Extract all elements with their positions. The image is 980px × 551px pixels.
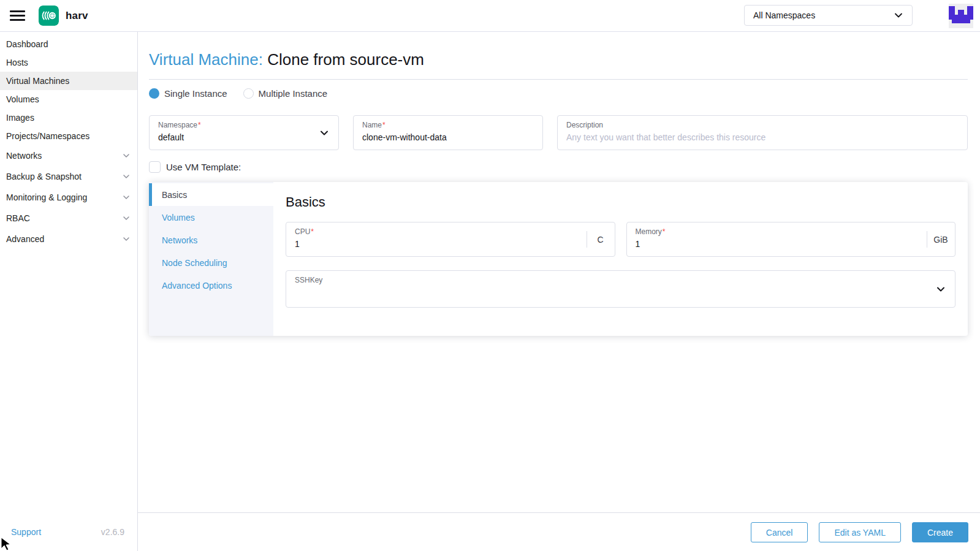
sidebar-item-rbac[interactable]: RBAC [0,208,137,229]
radio-single-instance[interactable]: Single Instance [149,88,227,99]
field-label: Memory* [636,227,919,236]
sidebar-item-label: RBAC [6,213,30,223]
sidebar-item-label: Advanced [6,234,44,244]
cpu-field[interactable]: CPU* C [286,222,615,257]
sidebar-item-monitoring-logging[interactable]: Monitoring & Logging [0,187,137,208]
harvester-logo-icon [39,6,59,26]
panel-heading: Basics [286,194,955,210]
sidebar-item-networks[interactable]: Networks [0,145,137,166]
radio-multiple-instance[interactable]: Multiple Instance [243,88,328,99]
sidebar-item-label: Virtual Machines [6,76,69,86]
support-link[interactable]: Support [11,527,41,537]
sshkey-select[interactable]: SSHKey [286,270,955,308]
radio-label: Multiple Instance [259,88,328,99]
chevron-down-icon [123,152,130,159]
page-title: Virtual Machine: Clone from source-vm [149,50,968,69]
namespace-value: default [158,132,330,143]
config-tab-rail: Basics Volumes Networks Node Scheduling … [149,182,273,336]
hamburger-menu-icon[interactable] [10,10,25,21]
sidebar-item-dashboard[interactable]: Dashboard [0,35,137,53]
field-label: Name* [362,121,534,129]
instance-type-radio-group: Single Instance Multiple Instance [149,88,968,99]
description-input[interactable] [566,132,959,142]
sidebar-item-label: Images [6,113,34,123]
vm-config-card: Basics Volumes Networks Node Scheduling … [149,182,968,336]
radio-label: Single Instance [164,88,227,99]
namespace-select[interactable]: Namespace* default [149,115,339,150]
sidebar-item-label: Projects/Namespaces [6,131,89,141]
main-content: Virtual Machine: Clone from source-vm Si… [138,31,980,551]
memory-input[interactable] [636,239,919,249]
brand-name: harv [66,10,88,22]
chevron-down-icon [123,194,130,201]
memory-unit-label: GiB [927,222,955,256]
sidebar-item-advanced[interactable]: Advanced [0,229,137,249]
sidebar-item-volumes[interactable]: Volumes [0,90,137,108]
mouse-cursor [0,536,12,551]
cpu-input[interactable] [295,239,578,249]
user-avatar[interactable] [949,4,973,28]
chevron-down-icon [123,215,130,222]
sidebar-item-label: Networks [6,151,42,161]
chevron-down-icon [123,173,130,180]
top-header: harv All Namespaces [0,0,980,32]
name-input[interactable] [362,132,534,142]
sidebar-item-backup-snapshot[interactable]: Backup & Snapshot [0,166,137,187]
sidebar-item-label: Volumes [6,94,39,104]
sidebar-item-projects-namespaces[interactable]: Projects/Namespaces [0,127,137,145]
sidebar-item-label: Dashboard [6,39,48,49]
tab-volumes[interactable]: Volumes [149,206,273,229]
radio-selected-icon [149,88,159,99]
create-button[interactable]: Create [912,522,968,542]
field-label: Namespace* [158,121,330,129]
action-footer: Cancel Edit as YAML Create [138,512,980,551]
namespace-filter-dropdown[interactable]: All Namespaces [744,5,913,26]
radio-unselected-icon [243,88,254,99]
chevron-down-icon [123,235,130,243]
chevron-down-icon [319,127,330,139]
description-field[interactable]: Description [557,115,968,150]
version-label: v2.6.9 [101,527,124,537]
use-vm-template-label: Use VM Template: [166,162,241,172]
tab-basics[interactable]: Basics [149,183,273,206]
cancel-button[interactable]: Cancel [751,522,808,542]
field-label: CPU* [295,227,578,236]
chevron-down-icon [935,284,946,295]
title-divider [149,79,968,80]
checkbox-unchecked-icon[interactable] [149,161,161,173]
use-vm-template-checkbox-row[interactable]: Use VM Template: [149,161,968,173]
chevron-down-icon [894,10,903,20]
sidebar-item-hosts[interactable]: Hosts [0,53,137,72]
sidebar-item-images[interactable]: Images [0,108,137,127]
namespace-filter-value: All Namespaces [753,10,815,20]
page-title-resource-type: Virtual Machine: [149,50,263,69]
page-title-action: Clone from source-vm [267,50,424,69]
sidebar-item-label: Monitoring & Logging [6,192,87,202]
edit-as-yaml-button[interactable]: Edit as YAML [819,522,901,542]
sidebar-item-label: Backup & Snapshot [6,172,82,181]
tab-networks[interactable]: Networks [149,229,273,251]
cpu-unit-label: C [587,222,615,256]
tab-node-scheduling[interactable]: Node Scheduling [149,251,273,274]
name-field[interactable]: Name* [353,115,543,150]
memory-field[interactable]: Memory* GiB [626,222,956,257]
field-label: Description [566,121,959,129]
sidebar-nav: Dashboard Hosts Virtual Machines Volumes… [0,31,138,551]
basics-panel: Basics CPU* C Memory* GiB SSHKey [273,182,968,336]
field-label: SSHKey [295,276,946,284]
sidebar-item-label: Hosts [6,58,28,67]
sidebar-item-virtual-machines[interactable]: Virtual Machines [0,72,137,90]
tab-advanced-options[interactable]: Advanced Options [149,274,273,297]
